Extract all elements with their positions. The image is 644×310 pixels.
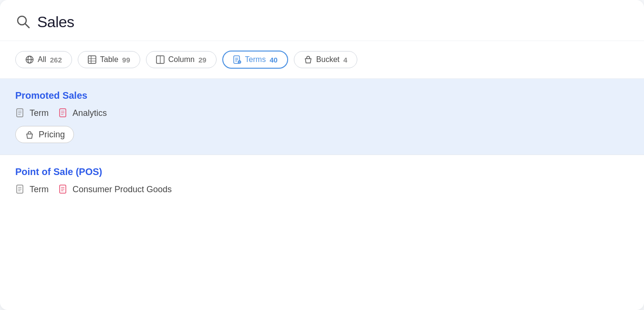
tab-bucket[interactable]: Bucket 4 — [294, 51, 357, 68]
promoted-sales-term-item[interactable]: Term — [15, 108, 49, 118]
promoted-sales-analytics-label: Analytics — [73, 108, 107, 118]
search-header: Sales — [0, 0, 644, 41]
tab-all-count: 262 — [50, 56, 62, 64]
bucket-icon — [304, 55, 312, 64]
tab-column-count: 29 — [198, 56, 207, 64]
results-area: Promoted Sales Term — [0, 79, 644, 310]
pos-consumer-label: Consumer Product Goods — [73, 185, 172, 195]
globe-icon — [25, 55, 34, 64]
main-container: Sales All 262 — [0, 0, 644, 310]
tab-bucket-count: 4 — [343, 56, 347, 64]
pricing-bucket-icon — [24, 129, 35, 140]
promoted-sales-term-label: Term — [30, 108, 49, 118]
group-pos-title: Point of Sale (POS) — [15, 166, 629, 177]
promoted-sales-analytics-item[interactable]: Analytics — [58, 108, 107, 118]
tab-column-label: Column — [168, 55, 195, 64]
promoted-sales-pricing-badge[interactable]: Pricing — [15, 126, 74, 143]
pos-term-label: Term — [30, 185, 49, 195]
group-point-of-sale: Point of Sale (POS) Term — [0, 155, 644, 206]
search-icon — [15, 14, 31, 31]
tab-column[interactable]: Column 29 — [146, 51, 217, 68]
filter-row: All 262 Table 99 — [0, 41, 644, 79]
table-icon — [88, 55, 96, 64]
term-icon — [15, 108, 26, 118]
tab-table-label: Table — [100, 55, 118, 64]
svg-line-1 — [25, 24, 29, 28]
tab-table[interactable]: Table 99 — [78, 51, 140, 68]
tab-all-label: All — [38, 55, 46, 64]
group-promoted-sales-title: Promoted Sales — [15, 90, 629, 101]
promoted-sales-pricing-label: Pricing — [39, 130, 65, 140]
pos-term-icon — [15, 184, 26, 195]
search-title: Sales — [37, 13, 74, 31]
pos-consumer-item[interactable]: Consumer Product Goods — [58, 184, 172, 195]
tab-all[interactable]: All 262 — [15, 51, 72, 68]
pos-term-item[interactable]: Term — [15, 184, 49, 195]
group-promoted-sales-items: Term Analytics — [15, 108, 629, 143]
tab-table-count: 99 — [122, 56, 130, 64]
pos-analytics-icon — [58, 184, 69, 195]
tab-bucket-label: Bucket — [316, 55, 340, 64]
analytics-icon — [58, 108, 69, 118]
tab-terms-label: Terms — [245, 55, 266, 64]
tab-terms-count: 40 — [270, 56, 278, 64]
group-promoted-sales: Promoted Sales Term — [0, 79, 644, 155]
svg-rect-5 — [88, 56, 96, 63]
column-icon — [156, 55, 165, 64]
group-pos-items: Term Consumer Product Goods — [15, 184, 629, 195]
terms-icon — [233, 55, 241, 64]
tab-terms[interactable]: Terms 40 — [222, 51, 288, 69]
